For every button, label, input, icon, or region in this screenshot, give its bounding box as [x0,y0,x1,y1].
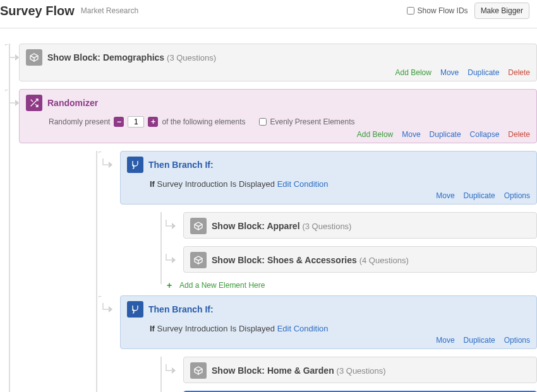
block-title: Show Block: Shoes & Accessories (4 Quest… [212,255,409,265]
block-demographics[interactable]: Show Block: Demographics (3 Questions) A… [19,44,537,81]
add-element-row[interactable]: + Add a New Element Here [164,280,537,290]
add-below-link[interactable]: Add Below [357,130,393,139]
question-count: (3 Questions) [167,53,216,62]
branch-node[interactable]: Then Branch If: If Survey Introduction I… [120,151,537,205]
block-icon [26,49,42,66]
collapse-link[interactable]: Collapse [470,130,500,139]
randomizer-node[interactable]: Randomizer Randomly present − + of the f… [19,89,537,143]
condition-text: Survey Introduction Is Displayed [157,324,275,333]
branch-condition: If Survey Introduction Is Displayed Edit… [150,324,530,333]
survey-name: Market Research [81,6,138,15]
block-shoes[interactable]: Show Block: Shoes & Accessories (4 Quest… [183,246,537,273]
move-link[interactable]: Move [402,130,420,139]
move-link[interactable]: Move [440,68,459,77]
duplicate-link[interactable]: Duplicate [468,68,499,77]
block-icon [190,252,207,268]
block-home-garden[interactable]: Show Block: Home & Garden (3 Questions) [183,357,537,383]
branch-condition: If Survey Introduction Is Displayed Edit… [150,179,530,189]
edit-condition-link[interactable]: Edit Condition [277,324,329,333]
block-title: Show Block: Apparel (3 Questions) [212,221,351,231]
evenly-present-toggle[interactable]: Evenly Present Elements [259,117,354,126]
if-label: If [150,324,155,333]
options-link[interactable]: Options [504,336,530,345]
delete-link[interactable]: Delete [508,68,530,77]
branch-title: Then Branch If: [148,160,214,170]
page-title: Survey Flow [0,4,75,18]
randomizer-count-input[interactable] [128,116,144,128]
show-flow-ids-toggle[interactable]: Show Flow IDs [407,6,468,15]
branch-icon [127,157,143,173]
randomizer-title: Randomizer [47,98,98,108]
block-icon [190,362,207,379]
show-flow-ids-checkbox[interactable] [407,7,414,15]
branch-node[interactable]: Then Branch If: If Survey Introduction I… [120,295,537,349]
block-icon [190,218,207,234]
condition-text: Survey Introduction Is Displayed [157,179,275,189]
block-apparel[interactable]: Show Block: Apparel (3 Questions) [183,212,537,239]
flow-canvas: ⌐ Show Block: Demographics (3 Questions)… [0,28,537,392]
block-title: Show Block: Demographics (3 Questions) [47,52,216,62]
branch-title: Then Branch If: [148,304,214,314]
edit-condition-link[interactable]: Edit Condition [277,179,329,189]
randomizer-icon [26,95,42,111]
delete-link[interactable]: Delete [508,130,530,139]
flow-connector [0,44,19,392]
duplicate-link[interactable]: Duplicate [464,336,495,345]
options-link[interactable]: Options [504,191,530,200]
plus-icon: + [164,280,174,290]
increment-button[interactable]: + [148,117,158,127]
randomizer-settings: Randomly present − + of the following el… [49,116,530,128]
evenly-present-label: Evenly Present Elements [270,117,354,126]
branch-icon [127,301,143,318]
rand-suffix: of the following elements [162,117,245,126]
if-label: If [150,179,155,189]
page-header: Survey Flow Market Research Show Flow ID… [0,0,537,28]
add-element-label[interactable]: Add a New Element Here [179,281,265,290]
decrement-button[interactable]: − [114,117,124,127]
block-title: Show Block: Home & Garden (3 Questions) [212,365,386,376]
move-link[interactable]: Move [436,191,454,200]
move-link[interactable]: Move [436,336,454,345]
duplicate-link[interactable]: Duplicate [430,130,461,139]
duplicate-link[interactable]: Duplicate [464,191,495,200]
rand-prefix: Randomly present [49,117,110,126]
evenly-present-checkbox[interactable] [259,118,267,126]
show-flow-ids-label: Show Flow IDs [418,6,468,15]
make-bigger-button[interactable]: Make Bigger [474,3,529,19]
add-below-link[interactable]: Add Below [395,68,431,77]
